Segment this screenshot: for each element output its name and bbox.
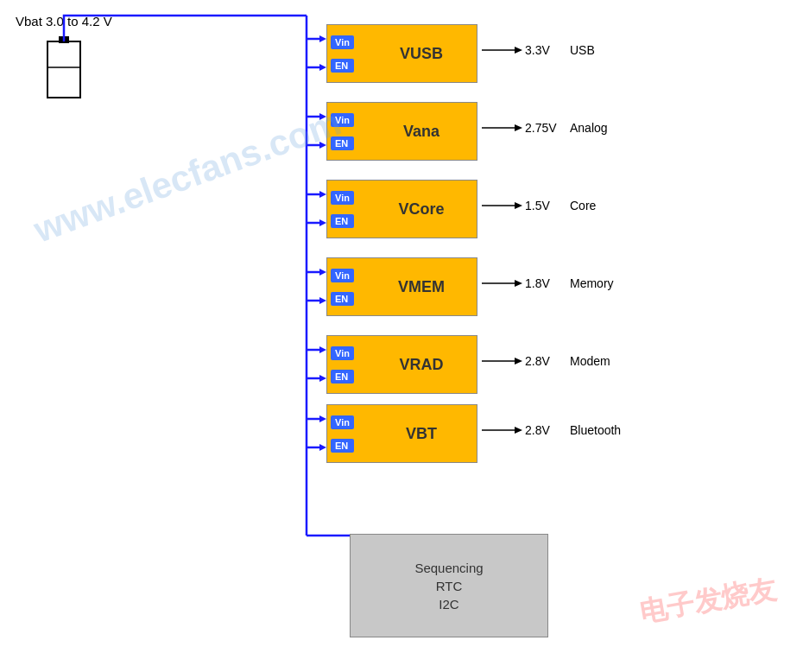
reg-vana-en: EN xyxy=(331,136,354,150)
reg-vusb-left: Vin EN xyxy=(327,25,357,82)
svg-text:2.8V: 2.8V xyxy=(525,423,550,437)
svg-text:2.75V: 2.75V xyxy=(525,121,557,135)
diagram-container: www.elecfans.com 电子发烧友 Vbat 3.0 to 4.2 V xyxy=(0,0,803,672)
svg-rect-0 xyxy=(47,41,80,98)
svg-text:Bluetooth: Bluetooth xyxy=(570,423,621,437)
reg-vusb-name: VUSB xyxy=(357,45,477,63)
svg-text:Analog: Analog xyxy=(570,121,608,135)
svg-text:1.8V: 1.8V xyxy=(525,276,550,290)
svg-marker-10 xyxy=(319,269,326,276)
svg-marker-4 xyxy=(319,35,326,42)
svg-marker-23 xyxy=(515,280,522,287)
reg-vana-name: Vana xyxy=(357,123,477,141)
reg-vusb: Vin EN VUSB xyxy=(326,24,477,83)
svg-marker-13 xyxy=(319,375,326,382)
svg-text:USB: USB xyxy=(570,43,595,57)
svg-marker-14 xyxy=(319,415,326,422)
reg-vcore-vin: Vin xyxy=(331,191,354,205)
reg-vrad-left: Vin EN xyxy=(327,336,357,393)
svg-text:2.8V: 2.8V xyxy=(525,354,550,368)
reg-vbt-name: VBT xyxy=(357,425,477,443)
svg-text:Memory: Memory xyxy=(570,276,614,290)
reg-vrad-name: VRAD xyxy=(357,356,477,374)
reg-vana: Vin EN Vana xyxy=(326,102,477,161)
seq-line3: I2C xyxy=(439,597,458,612)
reg-vmem: Vin EN VMEM xyxy=(326,257,477,316)
reg-vcore: Vin EN VCore xyxy=(326,180,477,238)
svg-text:Modem: Modem xyxy=(570,354,610,368)
svg-marker-7 xyxy=(319,142,326,149)
reg-vmem-vin: Vin xyxy=(331,269,354,282)
reg-vusb-vin: Vin xyxy=(331,35,354,49)
svg-marker-12 xyxy=(319,346,326,353)
svg-text:3.3V: 3.3V xyxy=(525,43,550,57)
reg-vbt-vin: Vin xyxy=(331,415,354,429)
svg-marker-11 xyxy=(319,297,326,304)
svg-marker-9 xyxy=(319,219,326,226)
reg-vbt-en: EN xyxy=(331,439,354,453)
svg-marker-17 xyxy=(515,47,522,54)
reg-vana-left: Vin EN xyxy=(327,103,357,160)
seq-line1: Sequencing xyxy=(414,561,483,575)
reg-vmem-left: Vin EN xyxy=(327,258,357,315)
reg-vcore-left: Vin EN xyxy=(327,181,357,238)
reg-vrad: Vin EN VRAD xyxy=(326,335,477,394)
reg-vrad-vin: Vin xyxy=(331,346,354,360)
svg-text:1.5V: 1.5V xyxy=(525,199,550,212)
sequencing-box: Sequencing RTC I2C xyxy=(350,534,548,637)
svg-marker-27 xyxy=(515,427,522,434)
reg-vbt-left: Vin EN xyxy=(327,405,357,462)
reg-vcore-name: VCore xyxy=(357,200,477,219)
svg-marker-6 xyxy=(319,113,326,120)
reg-vana-vin: Vin xyxy=(331,113,354,127)
seq-line2: RTC xyxy=(436,579,463,593)
svg-marker-19 xyxy=(515,124,522,131)
reg-vrad-en: EN xyxy=(331,370,354,384)
reg-vcore-en: EN xyxy=(331,214,354,228)
reg-vbt: Vin EN VBT xyxy=(326,404,477,463)
svg-marker-15 xyxy=(319,444,326,451)
svg-marker-21 xyxy=(515,202,522,209)
svg-marker-25 xyxy=(515,358,522,365)
svg-marker-5 xyxy=(319,64,326,71)
svg-text:Core: Core xyxy=(570,199,597,212)
reg-vmem-en: EN xyxy=(331,292,354,306)
reg-vmem-name: VMEM xyxy=(357,278,477,296)
reg-vusb-en: EN xyxy=(331,59,354,73)
svg-marker-8 xyxy=(319,191,326,198)
